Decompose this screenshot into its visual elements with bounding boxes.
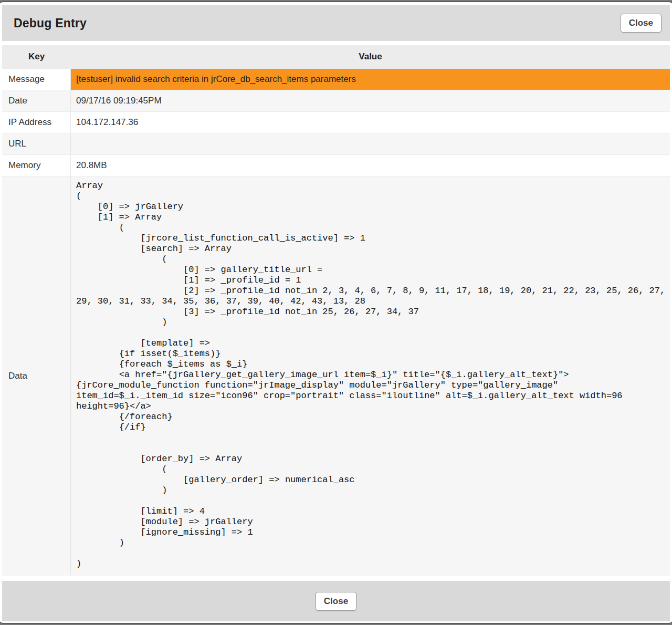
table-row-ip-address: IP Address 104.172.147.36 [2,111,670,133]
table-row-url: URL [2,133,670,154]
row-key-url: URL [2,133,71,154]
row-key-data: Data [2,176,71,576]
table-row-memory: Memory 20.8MB [2,154,670,176]
data-array-dump: Array ( [0] => jrGallery [1] => Array ( … [76,181,668,569]
table-row-date: Date 09/17/16 09:19:45PM [2,90,670,111]
date-value-cell: 09/17/16 09:19:45PM [71,90,670,111]
memory-value-cell: 20.8MB [71,155,670,176]
row-key-message: Message [2,69,71,90]
row-key-ip-address: IP Address [2,112,71,133]
row-key-date: Date [2,90,71,111]
message-value-cell: [testuser] invalid search criteria in jr… [71,69,670,90]
column-header-key: Key [2,45,71,68]
url-value-cell [71,133,670,154]
page-title: Debug Entry [14,16,87,30]
table-row-data: Data Array ( [0] => jrGallery [1] => Arr… [2,176,670,576]
row-key-memory: Memory [2,155,71,176]
table-row-message: Message [testuser] invalid search criter… [2,68,670,90]
close-button-bottom[interactable]: Close [316,592,356,611]
column-header-value: Value [71,45,670,68]
debug-entry-table: Key Value Message [testuser] invalid sea… [2,45,670,576]
data-value-cell: Array ( [0] => jrGallery [1] => Array ( … [71,176,670,576]
modal-footer: Close [2,581,670,621]
table-header-row: Key Value [2,45,670,68]
ip-address-value-cell: 104.172.147.36 [71,112,670,133]
modal-header: Debug Entry Close [2,5,670,41]
debug-entry-modal: Debug Entry Close Key Value Message [tes… [0,1,672,624]
close-button-top[interactable]: Close [621,14,662,33]
